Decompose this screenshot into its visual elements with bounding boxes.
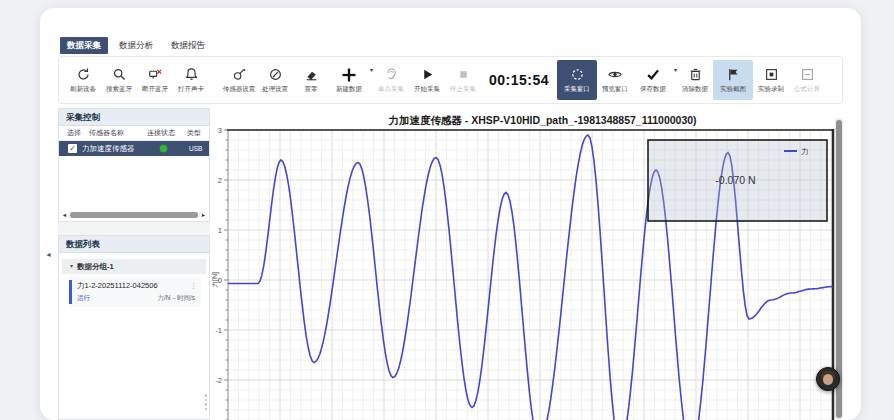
search-bluetooth-label: 搜索蓝牙 (106, 85, 132, 94)
save-data-button[interactable]: 保存数据 (633, 60, 673, 100)
col-sensor-name: 传感器名称 (89, 128, 147, 138)
gauge-icon (268, 67, 283, 83)
new-data-label: 新建数据 (336, 85, 362, 94)
new-data-button[interactable]: 新建数据 (329, 60, 369, 100)
item-menu-dots-icon[interactable]: ⋮ (190, 282, 197, 290)
eraser-icon (304, 67, 319, 83)
svg-text:力加速度传感器 - XHSP-V10HID_path_-19: 力加速度传感器 - XHSP-V10HID_path_-1981348857_1… (387, 114, 696, 126)
svg-text:2: 2 (218, 176, 222, 185)
preview-window-button[interactable]: 预览窗口 (597, 60, 633, 100)
app-window: 数据采集 数据分析 数据报告 刷新设备 搜索蓝牙 断开蓝牙 (40, 8, 861, 420)
data-item-status: 运行 (77, 294, 90, 303)
data-group-row[interactable]: ▾ 数据分组-1 (62, 259, 206, 274)
col-type: 类型 (187, 128, 209, 138)
disconnect-icon (148, 67, 163, 83)
svg-text:3: 3 (218, 126, 222, 135)
sensor-checkbox[interactable]: ✓ (68, 144, 77, 153)
tab-data-analysis[interactable]: 数据分析 (112, 37, 160, 54)
status-dot (160, 145, 167, 152)
acquisition-control-title: 采集控制 (59, 109, 209, 126)
force-time-chart[interactable]: 3210-1-2力[N]-0.070 N力力加速度传感器 - XHSP-V10H… (212, 104, 845, 420)
refresh-device-button[interactable]: 刷新设备 (65, 60, 101, 100)
plus-icon (341, 67, 357, 83)
acquisition-window-button[interactable]: 采集窗口 (557, 60, 597, 100)
svg-text:力: 力 (801, 147, 809, 156)
data-item[interactable]: 力1-2-20251112-042506 ⋮ 运行 力/N－时间/s (69, 277, 201, 307)
main-tab-bar: 数据采集 数据分析 数据报告 (60, 37, 212, 54)
disconnect-bluetooth-button[interactable]: 断开蓝牙 (137, 60, 173, 100)
disconnect-bluetooth-label: 断开蓝牙 (142, 85, 168, 94)
svg-text:-2: -2 (215, 376, 222, 385)
scroll-right-icon[interactable]: ► (200, 212, 207, 218)
sensor-settings-button[interactable]: 传感器设置 (221, 60, 257, 100)
experiment-record-label: 实验录制 (758, 85, 784, 94)
experiment-snapshot-label: 实验截图 (720, 85, 746, 94)
hscroll-track[interactable] (68, 212, 200, 218)
ear-icon (384, 67, 399, 83)
svg-text:0: 0 (218, 276, 222, 285)
sidebar-collapse-arrow-icon[interactable]: ◄ (45, 251, 52, 258)
clear-data-label: 清除数据 (682, 85, 708, 94)
zero-set-label: 置零 (305, 85, 318, 94)
refresh-icon (76, 67, 91, 83)
sensor-name: 力加速度传感器 (82, 144, 148, 154)
preview-window-label: 预览窗口 (602, 85, 628, 94)
svg-text:1: 1 (218, 226, 222, 235)
acquisition-window-label: 采集窗口 (564, 85, 590, 94)
sensor-table-hscrollbar[interactable]: ◄ ► (61, 211, 207, 219)
dashed-circle-icon (570, 67, 585, 83)
stop-acquisition-button[interactable]: 停止采集 (445, 60, 481, 100)
formula-calc-button[interactable]: 公式计算 (789, 60, 825, 100)
save-data-label: 保存数据 (640, 85, 666, 94)
process-settings-button[interactable]: 处理设置 (257, 60, 293, 100)
sensor-table-header: 选择 传感器名称 连接状态 类型 (59, 126, 209, 141)
col-select: 选择 (59, 128, 89, 138)
start-acquisition-button[interactable]: 开始采集 (409, 60, 445, 100)
hscroll-thumb[interactable] (70, 212, 198, 218)
snapshot-flag-icon (726, 67, 741, 83)
avatar-face (823, 374, 833, 385)
svg-text:-1: -1 (215, 326, 222, 335)
eye-icon (607, 67, 623, 83)
panel-drag-handle[interactable] (205, 394, 208, 410)
tab-data-report[interactable]: 数据报告 (164, 37, 212, 54)
formula-calc-label: 公式计算 (794, 85, 820, 94)
data-group-label: 数据分组-1 (77, 259, 114, 274)
sensor-settings-label: 传感器设置 (223, 85, 256, 94)
data-item-axes: 力/N－时间/s (157, 294, 195, 303)
svg-text:-0.070 N: -0.070 N (715, 174, 755, 186)
check-icon (645, 67, 661, 83)
zero-set-button[interactable]: 置零 (293, 60, 329, 100)
tab-data-acquisition[interactable]: 数据采集 (60, 37, 108, 54)
acquisition-control-panel: 采集控制 选择 传感器名称 连接状态 类型 ✓ 力加速度传感器 USB ◄ ► (58, 108, 210, 222)
bell-icon (184, 67, 199, 83)
scroll-left-icon[interactable]: ◄ (61, 212, 68, 218)
sidebar: 采集控制 选择 传感器名称 连接状态 类型 ✓ 力加速度传感器 USB ◄ ► … (58, 108, 210, 420)
calc-frame-icon (800, 67, 815, 83)
start-acquisition-label: 开始采集 (414, 85, 440, 94)
timer-display: 00:15:54 (489, 72, 549, 88)
sensor-table-row[interactable]: ✓ 力加速度传感器 USB (59, 141, 209, 156)
svg-text:力[N]: 力[N] (212, 272, 219, 288)
open-soundcard-label: 打开声卡 (178, 85, 204, 94)
experiment-record-button[interactable]: 实验录制 (753, 60, 789, 100)
single-point-acquire-button[interactable]: 单点采集 (373, 60, 409, 100)
process-settings-label: 处理设置 (262, 85, 288, 94)
stop-acquisition-label: 停止采集 (450, 85, 476, 94)
col-connect-status: 连接状态 (147, 128, 187, 138)
data-list-panel: 数据列表 ▾ 数据分组-1 力1-2-20251112-042506 ⋮ 运行 … (58, 235, 210, 420)
tree-expanded-icon[interactable]: ▾ (70, 259, 73, 274)
toolbar: 刷新设备 搜索蓝牙 断开蓝牙 打开声卡 传感器设置 (58, 56, 843, 104)
experiment-snapshot-button[interactable]: 实验截图 (713, 60, 753, 100)
assistant-avatar-button[interactable] (816, 367, 840, 391)
search-bluetooth-button[interactable]: 搜索蓝牙 (101, 60, 137, 100)
stop-icon (456, 67, 471, 83)
sensor-type: USB (189, 145, 202, 152)
data-list-title: 数据列表 (59, 236, 209, 253)
data-item-title: 力1-2-20251112-042506 (77, 281, 158, 291)
open-soundcard-button[interactable]: 打开声卡 (173, 60, 209, 100)
single-point-acquire-label: 单点采集 (378, 85, 404, 94)
search-icon (112, 67, 127, 83)
clear-data-button[interactable]: 清除数据 (677, 60, 713, 100)
trash-icon (688, 67, 703, 83)
